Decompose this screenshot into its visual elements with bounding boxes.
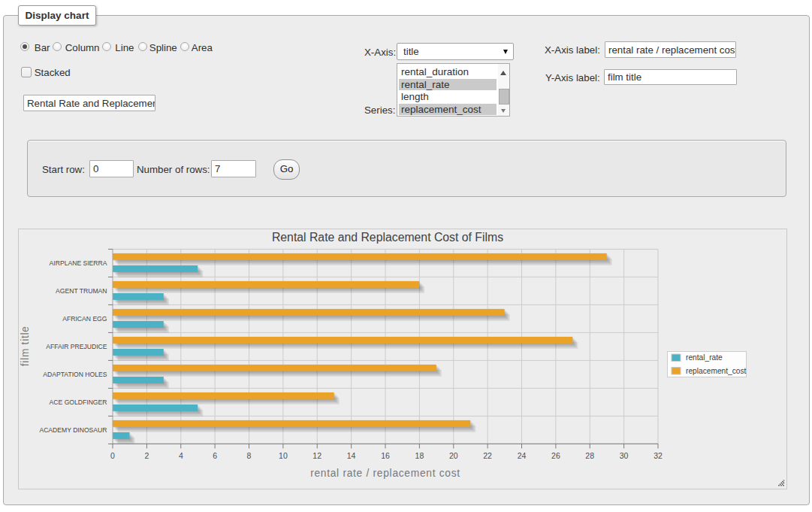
- svg-text:0: 0: [110, 451, 115, 460]
- svg-text:26: 26: [551, 451, 560, 460]
- svg-text:24: 24: [518, 451, 527, 460]
- svg-text:16: 16: [381, 451, 390, 460]
- svg-text:AGENT TRUMAN: AGENT TRUMAN: [56, 287, 107, 295]
- svg-text:ACE GOLDFINGER: ACE GOLDFINGER: [50, 398, 107, 406]
- svg-text:ADAPTATION HOLES: ADAPTATION HOLES: [43, 371, 107, 378]
- svg-text:AFFAIR PREJUDICE: AFFAIR PREJUDICE: [46, 343, 107, 350]
- svg-text:replacement_cost: replacement_cost: [686, 367, 747, 375]
- svg-text:18: 18: [415, 451, 424, 460]
- svg-text:14: 14: [347, 451, 356, 460]
- svg-text:rental_rate: rental_rate: [686, 353, 723, 362]
- svg-text:32: 32: [654, 451, 663, 460]
- svg-text:film title: film title: [20, 326, 31, 366]
- svg-text:28: 28: [585, 451, 594, 460]
- svg-text:8: 8: [247, 451, 252, 460]
- svg-text:Rental Rate and Replacement Co: Rental Rate and Replacement Cost of Film…: [272, 231, 503, 244]
- svg-text:ACADEMY DINOSAUR: ACADEMY DINOSAUR: [39, 426, 107, 434]
- svg-text:12: 12: [312, 451, 321, 460]
- svg-text:2: 2: [144, 451, 149, 460]
- svg-text:20: 20: [449, 451, 458, 460]
- svg-text:rental rate / replacement cost: rental rate / replacement cost: [310, 468, 460, 479]
- svg-text:4: 4: [179, 451, 183, 460]
- svg-text:30: 30: [620, 451, 629, 460]
- svg-text:10: 10: [279, 451, 288, 460]
- svg-text:AFRICAN EGG: AFRICAN EGG: [62, 315, 107, 323]
- svg-text:6: 6: [213, 451, 217, 460]
- svg-text:22: 22: [483, 451, 492, 460]
- svg-text:AIRPLANE SIERRA: AIRPLANE SIERRA: [50, 259, 107, 267]
